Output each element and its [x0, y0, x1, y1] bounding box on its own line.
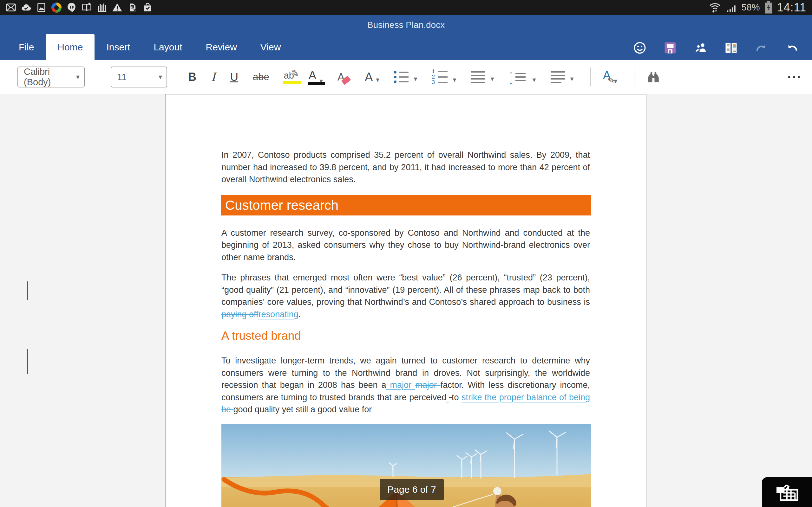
underline-button[interactable]: U: [230, 71, 238, 83]
find-button[interactable]: [647, 70, 660, 84]
title-bar-actions: [633, 41, 799, 55]
toolbar-divider: [634, 67, 635, 87]
tracked-change-bar: [27, 281, 28, 300]
highlight-button[interactable]: ab✎: [284, 70, 294, 84]
tab-file[interactable]: File: [7, 34, 46, 60]
clock: 14:11: [777, 1, 806, 14]
tab-view[interactable]: View: [249, 34, 293, 60]
deleted-text: be: [221, 405, 234, 414]
highlight-color-swatch: [283, 81, 301, 84]
chevron-down-icon: ▾: [570, 75, 574, 83]
title-bar: Business Plan.docx File Home Insert Layo…: [0, 15, 812, 60]
italic-button[interactable]: I: [211, 70, 216, 84]
tracked-change-bar: [27, 349, 28, 374]
formatting-toolbar: Calibri (Body)▾ 11▾ B I U abe ab✎ A ▾ A …: [0, 60, 812, 94]
android-status-bar: 58% 14:11: [0, 0, 812, 15]
tab-layout[interactable]: Layout: [142, 34, 194, 60]
paragraph: A customer research survey, co-sponsored…: [221, 227, 590, 264]
pen-icon: ✎: [290, 67, 300, 79]
notification-icons: [6, 0, 153, 15]
align-icon: [471, 71, 485, 83]
battery-percent: 58%: [742, 2, 760, 13]
chevron-down-icon: ▾: [76, 73, 80, 81]
deleted-text: paying off: [221, 309, 258, 319]
numbered-list-button[interactable]: 1 2 3 ▾: [432, 70, 456, 84]
wifi-icon: [709, 2, 721, 14]
clear-formatting-button[interactable]: A: [338, 71, 350, 83]
warning-icon: [112, 2, 122, 13]
heading-customer-research: Customer research: [221, 195, 591, 216]
document-title: Business Plan.docx: [0, 20, 812, 30]
styles-button[interactable]: A✎ ▾: [603, 69, 618, 85]
chevron-down-icon: ▾: [414, 75, 417, 83]
ribbon-tabs: File Home Insert Layout Review View: [7, 34, 293, 60]
font-color-swatch: [308, 82, 325, 85]
overflow-menu-button[interactable]: •••: [788, 72, 803, 81]
save-icon[interactable]: [664, 41, 677, 55]
line-spacing-icon: ↑↓: [509, 70, 527, 84]
font-name-select[interactable]: Calibri (Body)▾: [17, 66, 85, 88]
tab-insert[interactable]: Insert: [95, 34, 142, 60]
show-keyboard-button[interactable]: [762, 477, 812, 507]
chevron-down-icon: ▾: [376, 76, 379, 84]
deleted-space: [449, 393, 452, 402]
paragraph-with-tracked-changes: The phrases that emerged most often were…: [221, 272, 590, 320]
chevron-down-icon: ▾: [453, 76, 456, 84]
document-body: In 2007, Contoso products comprised 35.2…: [165, 95, 646, 507]
binoculars-icon: [647, 70, 660, 84]
battery-charging-icon: [764, 1, 773, 14]
document-page[interactable]: In 2007, Contoso products comprised 35.2…: [165, 94, 647, 507]
inserted-text: major: [386, 380, 415, 390]
piano-icon: [97, 2, 107, 13]
tab-review[interactable]: Review: [194, 34, 248, 60]
bag-check-icon: [142, 2, 153, 13]
paragraph-with-tracked-changes: To investigate longer-term trends, we ag…: [221, 354, 590, 416]
numbered-list-icon: 1 2 3: [432, 70, 448, 84]
tab-home[interactable]: Home: [46, 34, 95, 60]
heading-a-trusted-brand: A trusted brand: [221, 329, 590, 343]
inserted-text: resonating: [258, 309, 299, 319]
document-canvas: In 2007, Contoso products comprised 35.2…: [0, 94, 812, 507]
bullet-list-icon: [394, 71, 409, 83]
inserted-text: strike the proper balance of being: [461, 393, 590, 402]
share-people-icon[interactable]: [694, 41, 707, 55]
justify-icon: [551, 71, 565, 83]
gallery-icon: [36, 2, 47, 13]
toolbar-divider: [590, 67, 591, 87]
bold-button[interactable]: B: [188, 70, 196, 83]
line-spacing-button[interactable]: ↑↓ ▾: [509, 70, 536, 84]
email-icon: [6, 2, 16, 13]
bullet-list-button[interactable]: ▾: [394, 71, 417, 83]
hangouts-icon: [66, 2, 77, 13]
font-size-select[interactable]: 11▾: [111, 66, 167, 88]
brush-icon: ✎: [607, 75, 616, 87]
system-status-icons: 58% 14:11: [709, 1, 806, 14]
paragraph: In 2007, Contoso products comprised 35.2…: [221, 95, 590, 186]
justify-button[interactable]: ▾: [551, 71, 574, 83]
play-games-icon: [51, 3, 61, 13]
text-effects-button[interactable]: A▾: [365, 70, 379, 84]
indent-button[interactable]: ▾: [471, 71, 494, 83]
feedback-smiley-icon[interactable]: [633, 41, 647, 55]
chevron-down-icon: ▾: [532, 76, 536, 84]
read-view-icon[interactable]: [724, 41, 738, 55]
font-color-button[interactable]: A ▾: [309, 69, 323, 85]
redo-icon[interactable]: [755, 41, 768, 55]
cloud-done-icon: [21, 2, 32, 13]
signal-icon: [725, 2, 738, 13]
undo-icon[interactable]: [785, 41, 799, 55]
chevron-down-icon: ▾: [159, 73, 162, 81]
sim-missing-icon: [127, 2, 138, 13]
inserted-space: [446, 393, 449, 402]
keyboard-icon: [775, 482, 799, 502]
chevron-down-icon: ▾: [490, 75, 494, 83]
word-app-screen: 58% 14:11 Business Plan.docx File Home I…: [0, 0, 812, 507]
strikethrough-button[interactable]: abe: [253, 71, 269, 83]
book-add-icon: [82, 2, 92, 13]
sky: [221, 424, 591, 481]
deleted-text: major: [415, 380, 441, 390]
page-indicator-toast: Page 6 of 7: [380, 479, 444, 500]
